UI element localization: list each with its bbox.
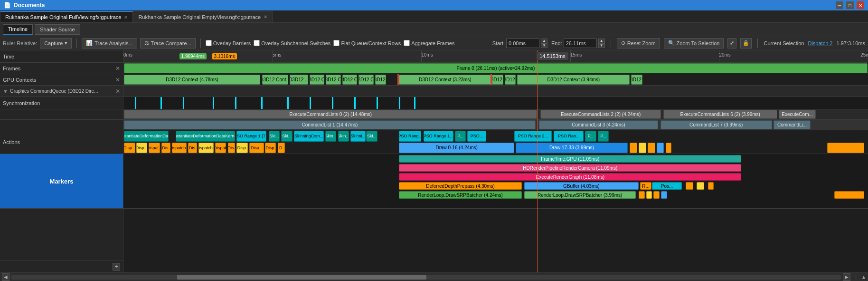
d3d12-ctx8[interactable]: D3D12 ... [375, 75, 387, 85]
dispatch3[interactable]: Dispat... [149, 143, 160, 154]
cmd-list1-block[interactable]: CommandList 1 (14.47ms) [124, 120, 536, 129]
overlay-barriers-checkbox[interactable]: Overlay Barriers [206, 40, 251, 46]
ski3[interactable]: Skin... [325, 131, 337, 142]
end-input[interactable] [564, 39, 597, 48]
cmd-list-right-block[interactable]: CommandLi... [774, 120, 811, 129]
dispatch13[interactable]: D. [278, 143, 285, 154]
overlay-barriers-input[interactable] [206, 40, 212, 46]
d3d12-ctx1[interactable]: D3D12 Context (4.78ms) [124, 75, 260, 85]
pso2[interactable]: PSO... [467, 131, 486, 142]
pso-range2[interactable]: PSO Rang... [399, 131, 421, 142]
close-button[interactable]: ✕ [857, 1, 864, 9]
dispatch2[interactable]: Disp... [136, 143, 148, 154]
renderloop-r1[interactable] [639, 191, 645, 199]
tab-fullview-close[interactable]: ✕ [124, 15, 128, 20]
p1[interactable]: P... [455, 131, 466, 142]
trace-analysis-button[interactable]: 📊 Trace Analysis... [82, 38, 137, 48]
h-scroll-thumb[interactable] [177, 275, 426, 280]
pso-range4[interactable]: PSO Range 2... [514, 131, 551, 142]
graphics-close-icon[interactable]: ✕ [115, 88, 120, 95]
dispatch5[interactable]: Dispatch... [172, 143, 187, 154]
execute-cmd0-block[interactable]: ExecuteCommandLists 0 (2) (14.48ms) [124, 110, 537, 119]
dispatch11[interactable]: Disa... [249, 143, 264, 154]
d3d12-ctx13[interactable]: D3D12 ... [631, 75, 642, 85]
start-down-btn[interactable]: ▼ [541, 43, 547, 48]
maximize-button[interactable]: □ [846, 1, 854, 9]
ski6[interactable]: Ski... [366, 131, 377, 142]
dispatch9[interactable]: Dis. [228, 143, 236, 154]
frames-close-icon[interactable]: ✕ [115, 65, 120, 72]
ski5[interactable]: Skinni... [350, 131, 365, 142]
aggregate-frames-checkbox[interactable]: Aggregate Frames [404, 40, 454, 46]
renderloop1[interactable]: RenderLoop.DrawSRPBatcher (4.24ms) [399, 191, 522, 199]
aggregate-frames-input[interactable] [404, 40, 410, 46]
pso-range3[interactable]: PSO Range 1... [424, 131, 453, 142]
dispatch8[interactable]: Dispat. [215, 143, 226, 154]
overlay-subchannel-checkbox[interactable]: Overlay Subchannel Switches [254, 40, 330, 46]
draw016-block[interactable]: Draw 0-16 (4.24ms) [399, 143, 514, 154]
ski1[interactable]: Ski... [269, 131, 280, 142]
tab-emptyview[interactable]: Rukhanka Sample Original EmptyView.ngfx:… [133, 11, 273, 22]
renderloop2[interactable]: RenderLoop.DrawSRPBatcher (3.99ms) [524, 191, 636, 199]
p2[interactable]: P... [585, 131, 596, 142]
zoom-fit-button[interactable]: ⤢ [727, 38, 736, 48]
disp-r3[interactable] [648, 143, 655, 154]
disp-r1[interactable] [630, 143, 637, 154]
dispatch6[interactable]: Dis. [188, 143, 197, 154]
tab-emptyview-close[interactable]: ✕ [264, 14, 267, 19]
renderloop-far-right[interactable] [834, 191, 864, 199]
extra1[interactable] [686, 182, 693, 190]
end-up-btn[interactable]: ▲ [598, 39, 605, 43]
flat-queue-input[interactable] [333, 40, 340, 46]
cmd-list7-block[interactable]: CommandList 7 (3.99ms) [660, 120, 772, 129]
dispatch10[interactable]: Disp. [236, 143, 248, 154]
d3d12-ctx12[interactable]: D3D12 Context (3.94ms) [517, 75, 630, 85]
extra2[interactable] [697, 182, 704, 190]
d3d12-ctx11[interactable]: D3D12 ... [505, 75, 516, 85]
h-scroll-track[interactable] [11, 275, 841, 280]
dispatch1[interactable]: Disp... [124, 143, 135, 154]
current-selection-link[interactable]: Dispatch 2 [808, 40, 832, 46]
dispatch12[interactable]: Disp. [265, 143, 276, 154]
d3d12-ctx7[interactable]: D3D12 C... [359, 75, 373, 85]
tab-fullview[interactable]: Rukhanka Sample Original FullView.ngfx:g… [0, 11, 133, 22]
disp-r4[interactable] [657, 143, 664, 154]
execute-cmd2-block[interactable]: ExecuteCommandLists 2 (2) (4.24ms) [540, 110, 661, 119]
p3[interactable]: P... [598, 131, 609, 142]
skinning-com[interactable]: SkinningCom... [294, 131, 324, 142]
d3d12-ctx3[interactable]: D3D12 ... [290, 75, 308, 85]
start-input[interactable] [506, 39, 539, 48]
ski2[interactable]: Ski... [281, 131, 292, 142]
minimize-button[interactable]: ─ [836, 1, 843, 9]
d3d12-ctx2[interactable]: D3D12 Cont... [262, 75, 288, 85]
frametime-gpu[interactable]: FrameTime.GPU (11.09ms) [399, 155, 741, 163]
hd-render[interactable]: HDRenderPipelineRenderCamera (11.09ms) [399, 164, 741, 172]
gpu-close-icon[interactable]: ✕ [115, 77, 120, 83]
gbuffer[interactable]: GBuffer (4.03ms) [524, 182, 639, 190]
instantiate2[interactable]: InstantiateDeformationDataKernel [176, 131, 235, 142]
pos-block[interactable]: Pos... [652, 182, 682, 190]
execute-cmd6-block[interactable]: ExecuteCommandLists 6 (2) (3.99ms) [663, 110, 777, 119]
capture-dropdown[interactable]: Capture ▾ [40, 38, 72, 48]
trace-compare-button[interactable]: ⚖ Trace Compare... [140, 38, 196, 48]
disp-far-right[interactable] [827, 143, 864, 154]
ski4[interactable]: Skin... [338, 131, 349, 142]
zoom-lock-button[interactable]: 🔒 [740, 38, 752, 48]
add-row-button[interactable]: + [113, 263, 120, 271]
cmd-list3-block[interactable]: CommandList 3 (4.24ms) [539, 120, 658, 129]
frame0-block[interactable]: Frame 0 (26.11ms) (active=24.92ms) [124, 63, 868, 73]
scroll-right-btn[interactable]: ▶ [843, 273, 850, 281]
zoom-to-selection-button[interactable]: 🔍 Zoom To Selection [664, 38, 724, 48]
instantiate1[interactable]: InstantiateDeformationData. [124, 131, 169, 142]
renderloop-r3[interactable] [653, 191, 660, 199]
flat-queue-checkbox[interactable]: Flat Queue/Context Rows [333, 40, 401, 46]
tab-timeline[interactable]: Timeline [3, 24, 33, 35]
dispatch4[interactable]: Dis. [161, 143, 170, 154]
reset-zoom-button[interactable]: ⊙ Reset Zoom [617, 38, 660, 48]
d3d12-ctx10[interactable]: D3D12 ... [492, 75, 503, 85]
graphics-expand-icon[interactable]: ▼ [3, 88, 8, 94]
extra3[interactable] [708, 182, 714, 190]
d3d12-ctx6[interactable]: D3D12 C... [342, 75, 357, 85]
pso-range1[interactable]: PSO Range 1 (7... [236, 131, 266, 142]
r-block[interactable]: R... [640, 182, 651, 190]
